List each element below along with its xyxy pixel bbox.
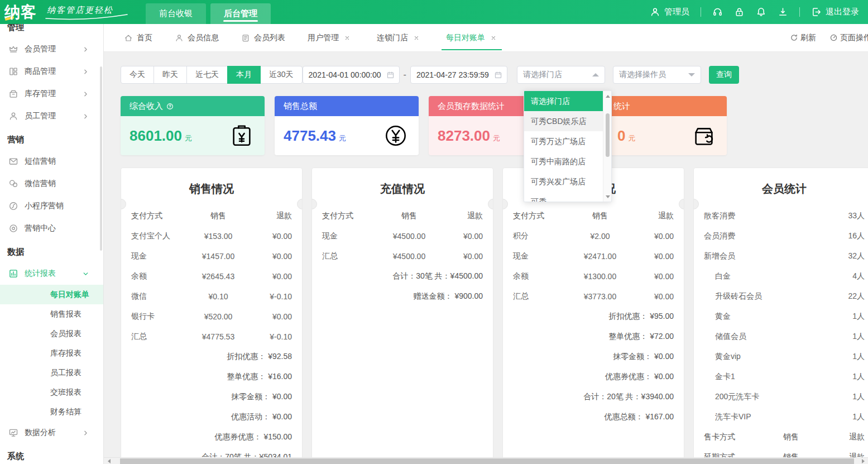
sidebar-item-label: 员工管理 (25, 111, 82, 121)
sidebar-item-marketing-center[interactable]: 营销中心 (0, 217, 103, 240)
bell-icon[interactable] (756, 7, 766, 17)
table-row: 微信¥0.10¥-0.10 (131, 286, 292, 307)
panel-title: 销售情况 (121, 181, 302, 197)
sidebar-item-goods-mgmt[interactable]: 商品管理 (0, 60, 103, 83)
tab-daily-reconciliation[interactable]: 每日对账单 (446, 24, 501, 52)
download-icon[interactable] (778, 7, 788, 17)
sidebar-subitem-finance-settlement[interactable]: 财务结算 (0, 402, 103, 422)
tab-label: 每日对账单 (446, 33, 485, 43)
cell-refund: ¥0.00 (252, 312, 292, 321)
range-month[interactable]: 本月 (227, 66, 261, 84)
sidebar-item-label: 营销中心 (25, 223, 95, 233)
sidebar-subitem-shift-report[interactable]: 交班报表 (0, 382, 103, 402)
sidebar-subitem-sales-report[interactable]: 销售报表 (0, 304, 103, 324)
date-to-input[interactable]: 2021-04-27 23:59:59 (410, 66, 507, 84)
date-from-input[interactable]: 2021-04-01 00:00:00 (303, 66, 400, 84)
page-ops-button[interactable]: 页面操作 (829, 33, 868, 43)
lock-icon[interactable] (734, 7, 745, 17)
stat-value: 33人 (848, 211, 865, 221)
stat-value: 1人 (852, 312, 865, 322)
user-menu[interactable]: 管理员 (650, 7, 689, 17)
operator-select[interactable]: 请选择操作员 (613, 66, 701, 84)
top-tab-front-cashier[interactable]: 前台收银 (146, 3, 206, 24)
cell-sales: 销售 (185, 211, 252, 221)
scroll-down-arrow[interactable] (603, 193, 612, 200)
page: 纳客 纳客管店更轻松 前台收银后台管理 管理员 退出登录 (0, 0, 868, 464)
cell-sales: ¥520.00 (185, 312, 252, 321)
sidebar-item-wechat-marketing[interactable]: 微信营销 (0, 173, 103, 195)
store-select[interactable]: 请选择门店 (517, 66, 605, 84)
sidebar-item-sms-marketing[interactable]: 短信营销 (0, 150, 103, 173)
sidebar-subitem-staff-report[interactable]: 员工报表 (0, 363, 103, 382)
store-option[interactable]: 可秀万达广场店 (524, 131, 604, 151)
logout-button[interactable]: 退出登录 (811, 7, 859, 17)
summary-line: 折扣优惠： ¥92.58 (131, 347, 292, 367)
stat-row: 200元洗车卡1人 (704, 387, 865, 407)
sidebar-item-data-analysis[interactable]: 数据分析 (0, 422, 103, 444)
dropdown-scrollbar-thumb[interactable] (606, 113, 610, 157)
logout-label: 退出登录 (826, 7, 859, 17)
sidebar-scrollbar-thumb[interactable] (100, 66, 102, 251)
summary-line: 优惠券优惠： ¥150.00 (131, 427, 292, 447)
cell-refund: ¥0.00 (252, 232, 292, 241)
inventory-icon (8, 89, 18, 99)
stat-card-value: 4775.43元 (284, 127, 346, 145)
range-last7[interactable]: 近七天 (186, 66, 228, 84)
cell-refund: 退款 (824, 432, 865, 442)
sidebar-subitem-daily-reconciliation[interactable]: 每日对账单 (0, 285, 103, 304)
summary-line: 抹零金额： ¥0.00 (131, 387, 292, 407)
app-logo: 纳客 (4, 1, 37, 23)
sidebar-item-statistics-report[interactable]: 统计报表 (0, 262, 103, 285)
date-separator: - (404, 70, 406, 80)
search-button[interactable]: 查询 (709, 66, 739, 84)
dropdown-scrollbar[interactable] (603, 91, 611, 202)
chart-icon (8, 269, 18, 279)
range-last30[interactable]: 近30天 (260, 66, 303, 84)
stat-value: 22人 (848, 291, 865, 302)
chevron-down-icon (82, 270, 89, 278)
sidebar-subitem-member-report[interactable]: 会员报表 (0, 324, 103, 343)
sidebar-item-staff-mgmt[interactable]: 员工管理 (0, 105, 103, 127)
store-option[interactable]: 可秀CBD娱乐店 (524, 111, 604, 131)
summary-line: 折扣优惠： ¥95.00 (513, 307, 674, 327)
store-option[interactable]: 请选择门店 (524, 91, 604, 111)
stat-card-title-text: 会员预存数据统计 (438, 101, 505, 112)
headset-icon[interactable] (712, 7, 723, 17)
stat-value: 1人 (852, 332, 865, 342)
sidebar-item-member-mgmt[interactable]: 会员管理 (0, 38, 103, 60)
tab-home[interactable]: 首页 (124, 24, 152, 52)
panel-body: 支付方式销售退款支付宝个人¥153.00¥0.00现金¥1457.00¥0.00… (121, 206, 302, 464)
scroll-up-arrow[interactable] (603, 92, 612, 100)
tab-member-list[interactable]: 会员列表 (241, 24, 285, 52)
sidebar-item-miniprogram-marketing[interactable]: 小程序营销 (0, 195, 103, 217)
sidebar-item-inventory-mgmt[interactable]: 库存管理 (0, 83, 103, 105)
home-icon (124, 34, 133, 42)
tab-member-info[interactable]: 会员信息 (175, 24, 219, 52)
cell-sales: ¥4500.00 (376, 232, 443, 241)
scroll-left-arrow[interactable] (104, 458, 112, 464)
store-dropdown: 请选择门店可秀CBD娱乐店可秀万达广场店可秀中南路的店可秀兴发广场店可秀 (524, 90, 612, 202)
scroll-right-arrow[interactable] (860, 458, 868, 464)
chevron-right-icon (82, 68, 89, 75)
cell-label: 积分 (513, 231, 567, 241)
horizontal-scrollbar[interactable] (104, 457, 868, 464)
goods-icon (8, 66, 18, 76)
range-yesterday[interactable]: 昨天 (154, 66, 187, 84)
stat-card-total-income: 综合收入8601.00元 (121, 96, 265, 155)
sidebar-subitem-inventory-report[interactable]: 库存报表 (0, 343, 103, 363)
cell-label: 汇总 (513, 291, 567, 302)
tab-user-mgmt[interactable]: 用户管理 (308, 24, 354, 52)
stat-value-number: 4775.43 (284, 127, 336, 145)
tab-chain-stores[interactable]: 连锁门店 (377, 24, 424, 52)
store-option[interactable]: 可秀 (524, 192, 604, 202)
top-tab-backend-admin[interactable]: 后台管理 (210, 3, 271, 24)
horizontal-scrollbar-thumb[interactable] (120, 458, 854, 464)
range-today[interactable]: 今天 (121, 66, 154, 84)
sidebar-item-label: 短信营销 (25, 156, 95, 166)
store-option[interactable]: 可秀兴发广场店 (524, 171, 604, 192)
refresh-button[interactable]: 刷新 (790, 33, 816, 43)
store-option[interactable]: 可秀中南路的店 (524, 151, 604, 171)
summary-line: 整单优惠： ¥72.00 (513, 327, 674, 347)
cell-label: 银行卡 (131, 312, 185, 322)
table-row: 现金¥1457.00¥0.00 (131, 246, 292, 266)
